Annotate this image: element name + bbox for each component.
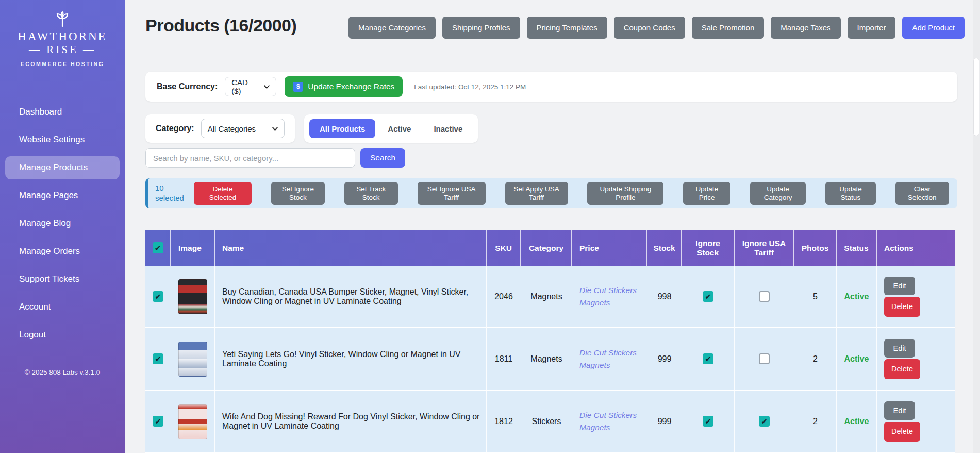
selected-count-word: selected [155,193,187,203]
shipping-profiles-button[interactable]: Shipping Profiles [442,17,520,39]
set-track-stock-button[interactable]: Set Track Stock [344,182,398,205]
product-photos-count: 2 [794,391,837,453]
product-image[interactable] [178,404,207,439]
status-badge: Active [844,417,869,426]
row-select-checkbox[interactable]: ✔ [153,416,163,427]
row-select-checkbox[interactable]: ✔ [153,353,163,364]
product-stock: 999 [647,391,682,453]
scrollbar[interactable] [973,0,980,453]
delete-button[interactable]: Delete [884,422,920,442]
status-tabs: All Products Active Inactive [304,114,478,143]
product-stock: 999 [647,328,682,391]
sidebar-item-dashboard[interactable]: Dashboard [5,101,120,123]
sidebar-item-account[interactable]: Account [5,296,120,318]
product-name: Buy Canadian, Canada USA Bumper Sticker,… [215,266,487,328]
ignore-stock-cell: ✔ [682,328,735,391]
ignore-usa-tariff-checkbox[interactable] [759,291,770,302]
category-label: Category: [156,124,194,133]
update-shipping-profile-button[interactable]: Update Shipping Profile [587,182,663,205]
product-stock: 998 [647,266,682,328]
row-actions: Edit Delete [884,277,920,317]
clear-selection-button[interactable]: Clear Selection [895,182,949,205]
search-input[interactable] [145,148,355,168]
edit-button[interactable]: Edit [884,277,915,295]
currency-bar: Base Currency: CAD ($) $ Update Exchange… [145,72,957,102]
set-apply-usa-tariff-button[interactable]: Set Apply USA Tariff [505,182,568,205]
edit-button[interactable]: Edit [884,401,915,420]
sidebar-nav: Dashboard Website Settings Manage Produc… [0,98,125,349]
product-image[interactable] [178,342,207,377]
update-price-button[interactable]: Update Price [683,182,730,205]
table-row: ✔ Yeti Saying Lets Go! Vinyl Sticker, Wi… [145,328,955,391]
delete-selected-button[interactable]: Delete Selected [194,182,252,205]
update-category-button[interactable]: Update Category [750,182,806,205]
ignore-stock-checkbox[interactable]: ✔ [703,416,713,427]
column-header-image: Image [171,230,215,266]
update-exchange-rates-label: Update Exchange Rates [308,82,394,91]
importer-button[interactable]: Importer [848,17,896,39]
product-category: Magnets [521,328,572,391]
sale-promotion-button[interactable]: Sale Promotion [692,17,765,39]
sidebar-item-logout[interactable]: Logout [5,323,120,346]
sidebar-item-manage-products[interactable]: Manage Products [5,156,120,179]
edit-button[interactable]: Edit [884,339,915,358]
product-sku: 1811 [487,328,521,391]
brand-logo: HAWTHORNE — RISE — ECOMMERCE HOSTING [0,0,125,67]
manage-taxes-button[interactable]: Manage Taxes [771,17,840,39]
update-status-button[interactable]: Update Status [825,182,876,205]
ignore-stock-checkbox[interactable]: ✔ [703,353,713,364]
column-header-name: Name [215,230,487,266]
set-ignore-usa-tariff-button[interactable]: Set Ignore USA Tariff [418,182,486,205]
tab-active[interactable]: Active [377,119,421,138]
product-image[interactable] [178,279,207,314]
product-photos-count: 2 [794,328,837,391]
tab-inactive[interactable]: Inactive [423,119,473,138]
select-all-checkbox[interactable]: ✔ [153,242,163,253]
sidebar-item-manage-orders[interactable]: Manage Orders [5,240,120,263]
bulk-buttons: Delete Selected Set Ignore Stock Set Tra… [194,182,949,205]
coupon-codes-button[interactable]: Coupon Codes [614,17,685,39]
pricing-templates-button[interactable]: Pricing Templates [527,17,607,39]
column-header-status: Status [837,230,877,266]
brand-name-line2: — RISE — [0,43,125,56]
table-row: ✔ Wife And Dog Missing! Reward For Dog V… [145,391,955,453]
update-exchange-rates-button[interactable]: $ Update Exchange Rates [285,76,403,97]
row-select-cell: ✔ [145,328,171,391]
table-row: ✔ Buy Canadian, Canada USA Bumper Sticke… [145,266,955,328]
product-image-cell [171,328,215,391]
row-select-checkbox[interactable]: ✔ [153,291,163,302]
delete-button[interactable]: Delete [884,297,920,317]
sidebar: HAWTHORNE — RISE — ECOMMERCE HOSTING Das… [0,0,125,453]
scrollbar-thumb[interactable] [973,58,979,136]
pricing-template-link[interactable]: Die Cut Stickers Magnets [579,409,643,433]
sidebar-item-manage-pages[interactable]: Manage Pages [5,184,120,207]
ignore-usa-tariff-checkbox[interactable] [759,353,770,364]
filter-row: Category: All Categories All Products Ac… [145,114,965,143]
category-select[interactable]: All Categories [201,119,285,138]
manage-categories-button[interactable]: Manage Categories [348,17,436,39]
status-badge: Active [844,292,869,301]
column-header-stock: Stock [647,230,682,266]
pricing-template-link[interactable]: Die Cut Stickers Magnets [579,284,643,309]
search-button[interactable]: Search [360,148,405,168]
base-currency-select[interactable]: CAD ($) [225,77,276,96]
tab-all-products[interactable]: All Products [309,119,375,138]
sidebar-item-manage-blog[interactable]: Manage Blog [5,212,120,235]
sidebar-item-website-settings[interactable]: Website Settings [5,128,120,151]
set-ignore-stock-button[interactable]: Set Ignore Stock [271,182,325,205]
add-product-button[interactable]: Add Product [902,17,965,39]
title-bar: Products (16/2000) Manage Categories Shi… [145,15,965,39]
last-updated-text: Last updated: Oct 12, 2025 1:12 PM [414,83,526,91]
column-header-sku: SKU [487,230,521,266]
brand-subtitle: ECOMMERCE HOSTING [0,61,125,67]
ignore-stock-checkbox[interactable]: ✔ [703,291,713,302]
pricing-template-link[interactable]: Die Cut Stickers Magnets [579,347,643,371]
product-image-cell [171,391,215,453]
delete-button[interactable]: Delete [884,359,920,379]
category-filter-card: Category: All Categories [145,114,295,143]
select-all-cell: ✔ [145,230,171,266]
ignore-stock-cell: ✔ [682,391,735,453]
column-header-ignore-usa-tariff: Ignore USA Tariff [735,230,794,266]
ignore-usa-tariff-checkbox[interactable]: ✔ [759,416,770,427]
sidebar-item-support-tickets[interactable]: Support Tickets [5,268,120,290]
